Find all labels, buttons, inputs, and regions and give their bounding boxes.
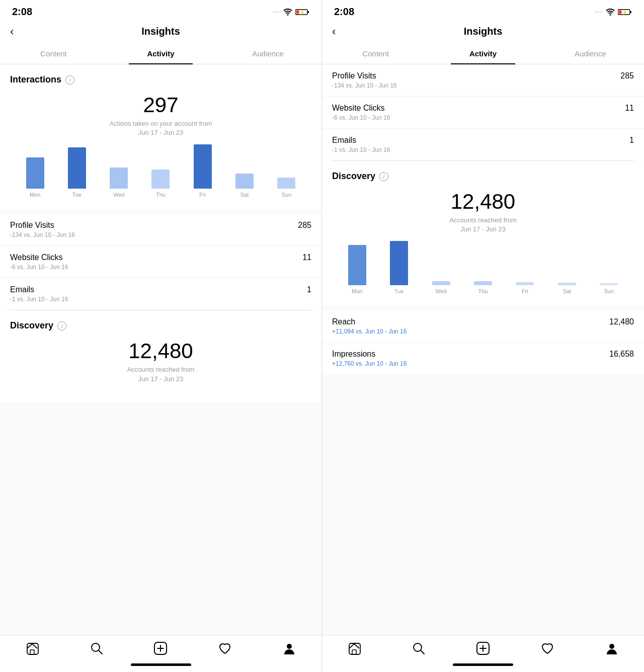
bar-day-label: Mon bbox=[352, 288, 362, 294]
bottom-nav-2 bbox=[322, 635, 644, 659]
dots-icon-1: ··· bbox=[273, 9, 280, 15]
tab-content-1[interactable]: Content bbox=[0, 43, 107, 64]
bar-day-label: Fri bbox=[522, 288, 528, 294]
status-icons-1: ··· ⚡ bbox=[273, 9, 309, 16]
bar bbox=[516, 282, 534, 285]
stat-reach-2: Reach 12,480 +11,094 vs. Jun 10 - Jun 16 bbox=[322, 310, 644, 343]
discovery-title-2: Discovery i bbox=[332, 171, 634, 182]
profile-icon-2 bbox=[605, 641, 619, 655]
bar-group: Thu bbox=[140, 170, 182, 198]
nav-profile-1[interactable] bbox=[282, 641, 296, 655]
bar-group: Mon bbox=[14, 157, 56, 198]
svg-rect-1 bbox=[308, 11, 309, 13]
discovery-info-icon-2[interactable]: i bbox=[379, 172, 388, 181]
header-2: ‹ Insights bbox=[322, 22, 644, 43]
bar-day-label: Thu bbox=[156, 192, 166, 198]
tab-content-2[interactable]: Content bbox=[322, 43, 429, 64]
nav-home-2[interactable] bbox=[347, 641, 361, 655]
bar-day-label: Sun bbox=[604, 288, 614, 294]
bar-day-label: Wed bbox=[113, 192, 124, 198]
bar-group: Mon bbox=[336, 245, 378, 294]
bar bbox=[235, 174, 254, 189]
tab-audience-1[interactable]: Audience bbox=[214, 43, 321, 64]
bar-group: Wed bbox=[420, 281, 462, 294]
nav-search-2[interactable] bbox=[412, 641, 426, 655]
discovery-section-1: Discovery i 12,480 Accounts reached from… bbox=[0, 310, 321, 401]
home-indicator-2 bbox=[322, 659, 644, 672]
add-icon-1 bbox=[153, 641, 168, 655]
status-time-2: 2:08 bbox=[334, 6, 354, 18]
bar-day-label: Sun bbox=[282, 192, 292, 198]
bar bbox=[432, 281, 450, 285]
bar-day-label: Thu bbox=[478, 288, 488, 294]
interactions-big-number: 297 bbox=[10, 93, 311, 117]
bar bbox=[110, 167, 128, 189]
bar-day-label: Mon bbox=[30, 192, 40, 198]
continued-stats-2: Profile Visits 285 -134 vs. Jun 10 - Jun… bbox=[322, 64, 644, 160]
discovery-chart-2: MonTueWedThuFriSatSun bbox=[332, 244, 634, 294]
header-title-2: Insights bbox=[464, 26, 503, 37]
nav-heart-2[interactable] bbox=[540, 641, 554, 655]
svg-rect-17 bbox=[352, 650, 356, 654]
bar bbox=[68, 147, 86, 189]
tab-audience-2[interactable]: Audience bbox=[537, 43, 644, 64]
dots-icon-2: ··· bbox=[596, 9, 603, 15]
nav-home-1[interactable] bbox=[25, 641, 39, 655]
battery-icon-1: ⚡ bbox=[295, 9, 309, 16]
bar-day-label: Fri bbox=[199, 192, 206, 198]
nav-heart-1[interactable] bbox=[218, 641, 232, 655]
bar-group: Sat bbox=[546, 283, 588, 294]
header-1: ‹ Insights bbox=[0, 22, 321, 43]
svg-point-11 bbox=[287, 644, 292, 649]
back-button-2[interactable]: ‹ bbox=[332, 25, 336, 38]
tabs-1: Content Activity Audience bbox=[0, 43, 321, 64]
discovery-big-number-2: 12,480 bbox=[332, 190, 634, 214]
bar-group: Wed bbox=[98, 167, 140, 198]
discovery-title-1: Discovery i bbox=[10, 320, 311, 331]
svg-line-7 bbox=[99, 650, 102, 654]
home-icon-2 bbox=[347, 641, 361, 655]
bar bbox=[390, 241, 408, 285]
back-button-1[interactable]: ‹ bbox=[10, 25, 14, 38]
bar-day-label: Sat bbox=[563, 288, 572, 294]
phone-1: 2:08 ··· ⚡ ‹ Insights bbox=[0, 0, 322, 672]
nav-search-1[interactable] bbox=[90, 641, 104, 655]
stat-emails-2: Emails 1 -1 vs. Jun 10 - Jun 16 bbox=[322, 129, 644, 160]
interactions-info-icon[interactable]: i bbox=[65, 75, 74, 85]
status-bar-1: 2:08 ··· ⚡ bbox=[0, 0, 321, 22]
bar-group: Tue bbox=[378, 241, 420, 294]
stat-website-clicks-2: Website Clicks 11 -6 vs. Jun 10 - Jun 16 bbox=[322, 97, 644, 129]
interactions-chart: MonTueWedThuFriSatSun bbox=[10, 147, 311, 198]
wifi-icon-1 bbox=[283, 9, 292, 16]
nav-profile-2[interactable] bbox=[605, 641, 619, 655]
bar-day-label: Sat bbox=[240, 192, 249, 198]
stat-impressions-2: Impressions 16,658 +12,760 vs. Jun 10 - … bbox=[322, 343, 644, 374]
tab-activity-2[interactable]: Activity bbox=[429, 43, 536, 64]
discovery-section-2: Discovery i 12,480 Accounts reached from… bbox=[322, 161, 644, 306]
nav-add-1[interactable] bbox=[153, 641, 168, 655]
svg-rect-16 bbox=[349, 643, 360, 654]
bar bbox=[277, 178, 295, 189]
bar-group: Sun bbox=[588, 283, 630, 294]
search-icon-2 bbox=[412, 641, 426, 655]
bar bbox=[194, 144, 212, 189]
heart-icon-1 bbox=[218, 641, 232, 655]
wifi-icon-2 bbox=[606, 9, 615, 16]
discovery-stats-2: Reach 12,480 +11,094 vs. Jun 10 - Jun 16… bbox=[322, 310, 644, 374]
home-icon-1 bbox=[25, 641, 39, 655]
svg-line-19 bbox=[421, 650, 424, 654]
discovery-info-icon-1[interactable]: i bbox=[57, 321, 66, 330]
nav-add-2[interactable] bbox=[476, 641, 490, 655]
bar-day-label: Tue bbox=[394, 288, 404, 294]
tab-activity-1[interactable]: Activity bbox=[107, 43, 214, 64]
bar bbox=[348, 245, 366, 285]
content-2: Profile Visits 285 -134 vs. Jun 10 - Jun… bbox=[322, 64, 644, 635]
svg-rect-13 bbox=[630, 11, 632, 13]
interactions-title: Interactions i bbox=[10, 74, 311, 85]
discovery-big-label-2: Accounts reached fromJun 17 - Jun 23 bbox=[332, 216, 634, 234]
content-1: Interactions i 297 Actions taken on your… bbox=[0, 64, 321, 635]
battery-icon-2: ⚡ bbox=[618, 9, 632, 16]
stat-profile-visits-2: Profile Visits 285 -134 vs. Jun 10 - Jun… bbox=[322, 64, 644, 97]
discovery-big-number-1: 12,480 bbox=[10, 339, 311, 363]
home-indicator-1 bbox=[0, 659, 321, 672]
